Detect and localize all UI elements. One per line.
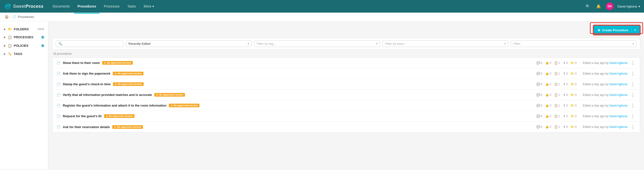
edit-info: Edited a day ago by David Agbona <box>579 93 627 97</box>
filter-dropdown[interactable]: Filter... ▾ <box>511 40 636 47</box>
edit-user-link[interactable]: David Agbona <box>609 82 627 86</box>
edit-info: Edited a day ago by David Agbona <box>579 125 627 129</box>
doc-icon: 📄 <box>56 104 60 108</box>
procedure-title[interactable]: Ask for their reservation details <box>63 125 110 129</box>
row-more-button[interactable]: ⋮ <box>630 60 636 66</box>
nav-procedures[interactable]: Procedures <box>74 3 100 10</box>
folders-count: 📁 0 <box>570 115 577 118</box>
proc-meta: 💬 0 👍 0 📋 1 ⬆ 0 📁 0 <box>536 61 577 65</box>
search-input[interactable] <box>64 42 121 46</box>
nav-tasks[interactable]: Tasks <box>124 3 139 10</box>
procedure-title[interactable]: Register the guest's information and att… <box>63 104 166 107</box>
folders-count: 📁 0 <box>570 61 577 65</box>
no-approved-badge: ⚠ No approved version <box>102 61 132 65</box>
filter-by-team-dropdown[interactable]: Filter by team... ▾ <box>382 40 508 47</box>
comments-count: 💬 0 <box>536 93 542 97</box>
nav-processes[interactable]: Processes <box>100 3 123 10</box>
logo[interactable]: SweetProcess <box>4 3 44 10</box>
filter-by-tag-dropdown[interactable]: Filter by tag... ▾ <box>254 40 380 47</box>
top-navigation: SweetProcess Documents Procedures Proces… <box>0 0 644 13</box>
filter-by-tag-label: Filter by tag... <box>257 42 374 46</box>
warning-icon: ⚠ <box>170 104 173 107</box>
warning-icon: ⚠ <box>114 72 117 75</box>
warning-icon: ⚠ <box>104 61 106 64</box>
row-more-button[interactable]: ⋮ <box>630 81 636 87</box>
breadcrumb-home-link[interactable]: 🏠 <box>5 15 9 19</box>
likes-count: 👍 0 <box>545 82 551 86</box>
processes-label: PROCESSES <box>14 35 39 39</box>
no-approved-badge: ⚠ No approved version <box>113 72 143 75</box>
toolbar: ⊕ Create Procedure ▾ <box>52 25 640 35</box>
policies-add-icon[interactable]: ⊕ <box>41 43 44 48</box>
proc-meta: 💬 0 👍 0 📋 1 ⬆ 0 📁 0 <box>536 115 577 118</box>
folders-count: 📁 0 <box>570 125 577 129</box>
row-more-button[interactable]: ⋮ <box>630 71 636 76</box>
row-more-button[interactable]: ⋮ <box>630 114 636 119</box>
up-count: ⬆ 0 <box>563 82 568 86</box>
row-more-button[interactable]: ⋮ <box>630 103 636 108</box>
sidebar-item-policies[interactable]: ▶ 📋 POLICIES ⊕ <box>0 41 48 50</box>
sidebar-item-folders[interactable]: ▶ 📁 FOLDERS VIEW <box>0 25 48 33</box>
filter-label: Filter... <box>513 42 631 46</box>
search-button[interactable]: 🔍 <box>584 3 591 10</box>
list-count: 30 procedures <box>52 52 640 55</box>
versions-count: 📋 1 <box>554 115 560 118</box>
user-avatar: DA <box>606 3 614 10</box>
user-menu-caret-icon: ▾ <box>638 5 640 8</box>
warning-icon: ⚠ <box>156 94 158 96</box>
row-more-button[interactable]: ⋮ <box>630 92 636 98</box>
procedure-title[interactable]: Request for the guest's ID <box>63 114 102 118</box>
warning-icon: ⚠ <box>115 83 117 86</box>
edit-info: Edited a day ago by David Agbona <box>579 72 627 75</box>
policies-icon: 📋 <box>8 44 12 48</box>
filter-bar: 🔍 Recently Edited ▾ Filter by tag... ▾ F… <box>52 38 640 50</box>
sidebar: ▶ 📁 FOLDERS VIEW ▶ 📋 PROCESSES ⊕ ▶ 📋 POL… <box>0 21 48 169</box>
processes-icon: 📋 <box>8 35 12 39</box>
up-count: ⬆ 0 <box>563 125 568 129</box>
breadcrumb-doc-icon: 📄 <box>12 15 16 19</box>
procedure-title[interactable]: Ask them to sign the paperwork <box>63 72 110 75</box>
view-label: VIEW <box>38 28 44 31</box>
user-menu[interactable]: David Agbona ▾ <box>618 5 640 8</box>
procedure-title[interactable]: Stamp the guest's check-in time <box>63 82 110 86</box>
proc-meta: 💬 0 👍 0 📋 1 ⬆ 0 📁 0 <box>536 125 577 129</box>
edit-user-link[interactable]: David Agbona <box>609 125 627 129</box>
versions-count: 📋 1 <box>554 61 560 65</box>
doc-icon: 📄 <box>56 72 60 75</box>
nav-more-caret-icon: ▾ <box>152 4 154 8</box>
filter-by-team-caret-icon: ▾ <box>504 42 506 45</box>
filter-caret-icon: ▾ <box>633 42 634 45</box>
edit-user-link[interactable]: David Agbona <box>609 72 627 75</box>
sidebar-item-tags[interactable]: ▶ 🏷️ TAGS <box>0 50 48 58</box>
nav-more[interactable]: More ▾ <box>140 3 158 10</box>
sidebar-item-processes[interactable]: ▶ 📋 PROCESSES ⊕ <box>0 33 48 41</box>
row-more-button[interactable]: ⋮ <box>630 124 636 130</box>
processes-expand-icon: ▶ <box>4 36 6 39</box>
procedure-title[interactable]: Show them to their room <box>63 61 100 65</box>
no-approved-badge: ⚠ No approved version <box>169 104 199 107</box>
recently-edited-dropdown[interactable]: Recently Edited ▾ <box>126 40 252 47</box>
versions-count: 📋 1 <box>554 72 560 75</box>
create-button-label: Create Procedure <box>602 28 628 32</box>
tags-icon: 🏷️ <box>8 52 12 56</box>
policies-label: POLICIES <box>14 44 39 47</box>
edit-user-link[interactable]: David Agbona <box>609 115 627 118</box>
recently-edited-label: Recently Edited <box>128 42 246 46</box>
warning-icon: ⚠ <box>114 126 116 128</box>
processes-add-icon[interactable]: ⊕ <box>41 35 44 39</box>
edit-user-link[interactable]: David Agbona <box>609 104 627 107</box>
nav-documents[interactable]: Documents <box>49 3 73 10</box>
folders-count: 📁 0 <box>570 93 577 97</box>
versions-count: 📋 1 <box>554 104 560 107</box>
procedure-title[interactable]: Verify that all information provided mat… <box>63 93 152 97</box>
edit-user-link[interactable]: David Agbona <box>609 93 627 97</box>
folders-expand-icon: ▶ <box>4 28 6 31</box>
main-layout: ▶ 📁 FOLDERS VIEW ▶ 📋 PROCESSES ⊕ ▶ 📋 POL… <box>0 21 644 169</box>
no-approved-badge: ⚠ No approved version <box>113 82 144 86</box>
comments-count: 💬 0 <box>536 61 542 65</box>
notifications-button[interactable]: 🔔 <box>595 3 602 10</box>
likes-count: 👍 0 <box>545 61 551 65</box>
nav-right: 🔍 🔔 DA David Agbona ▾ <box>584 3 640 10</box>
edit-user-link[interactable]: David Agbona <box>609 61 627 65</box>
create-procedure-button[interactable]: ⊕ Create Procedure ▾ <box>593 25 640 35</box>
